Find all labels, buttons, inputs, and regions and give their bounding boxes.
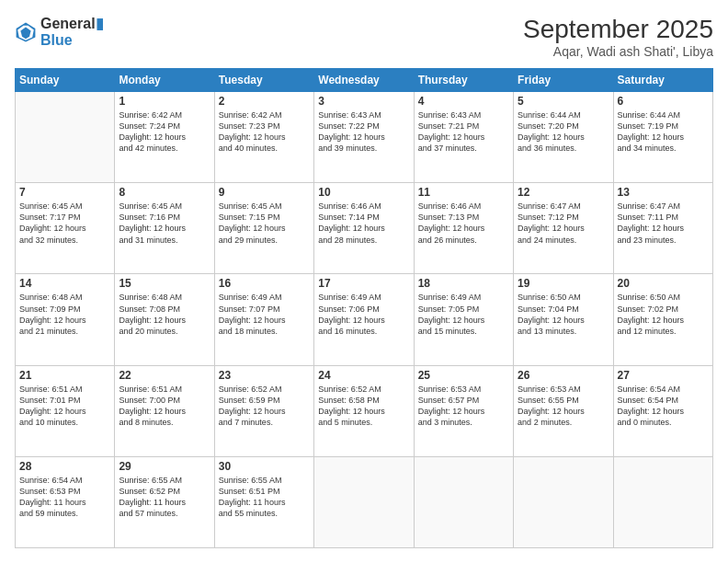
calendar-cell: 20Sunrise: 6:50 AM Sunset: 7:02 PM Dayli…: [613, 274, 712, 365]
day-info: Sunrise: 6:46 AM Sunset: 7:14 PM Dayligh…: [318, 201, 409, 246]
calendar-cell: 3Sunrise: 6:43 AM Sunset: 7:22 PM Daylig…: [314, 92, 414, 183]
day-info: Sunrise: 6:47 AM Sunset: 7:12 PM Dayligh…: [518, 201, 609, 246]
day-number: 25: [418, 369, 509, 382]
day-info: Sunrise: 6:43 AM Sunset: 7:22 PM Dayligh…: [318, 109, 409, 155]
calendar-cell: 11Sunrise: 6:46 AM Sunset: 7:13 PM Dayli…: [414, 183, 513, 274]
day-info: Sunrise: 6:48 AM Sunset: 7:08 PM Dayligh…: [119, 292, 210, 337]
day-number: 21: [19, 369, 110, 382]
title-block: September 2025 Aqar, Wadi ash Shati', Li…: [523, 15, 713, 59]
day-info: Sunrise: 6:54 AM Sunset: 6:54 PM Dayligh…: [618, 384, 709, 429]
day-info: Sunrise: 6:45 AM Sunset: 7:16 PM Dayligh…: [119, 201, 210, 246]
day-number: 3: [318, 95, 409, 108]
day-number: 14: [19, 277, 110, 290]
calendar-cell: 9Sunrise: 6:45 AM Sunset: 7:15 PM Daylig…: [214, 183, 313, 274]
header: General▮ Blue September 2025 Aqar, Wadi …: [15, 15, 713, 59]
calendar-week-0: 1Sunrise: 6:42 AM Sunset: 7:24 PM Daylig…: [16, 92, 713, 183]
day-info: Sunrise: 6:50 AM Sunset: 7:02 PM Dayligh…: [618, 292, 709, 337]
day-info: Sunrise: 6:49 AM Sunset: 7:05 PM Dayligh…: [418, 292, 509, 337]
calendar-cell: 5Sunrise: 6:44 AM Sunset: 7:20 PM Daylig…: [514, 92, 613, 183]
calendar-week-2: 14Sunrise: 6:48 AM Sunset: 7:09 PM Dayli…: [16, 274, 713, 365]
calendar-cell: 10Sunrise: 6:46 AM Sunset: 7:14 PM Dayli…: [314, 183, 414, 274]
day-number: 4: [418, 95, 509, 108]
calendar-cell: 17Sunrise: 6:49 AM Sunset: 7:06 PM Dayli…: [314, 274, 414, 365]
day-number: 18: [418, 277, 509, 290]
day-number: 5: [518, 95, 609, 108]
calendar-cell: 13Sunrise: 6:47 AM Sunset: 7:11 PM Dayli…: [613, 183, 712, 274]
logo-icon: [15, 21, 37, 43]
day-number: 13: [618, 186, 709, 199]
day-number: 24: [318, 369, 409, 382]
calendar-week-3: 21Sunrise: 6:51 AM Sunset: 7:01 PM Dayli…: [16, 365, 713, 456]
calendar-cell: 8Sunrise: 6:45 AM Sunset: 7:16 PM Daylig…: [115, 183, 214, 274]
day-number: 26: [518, 369, 609, 382]
calendar-week-1: 7Sunrise: 6:45 AM Sunset: 7:17 PM Daylig…: [16, 183, 713, 274]
day-info: Sunrise: 6:49 AM Sunset: 7:07 PM Dayligh…: [219, 292, 310, 337]
calendar-cell: 25Sunrise: 6:53 AM Sunset: 6:57 PM Dayli…: [414, 365, 513, 456]
day-info: Sunrise: 6:50 AM Sunset: 7:04 PM Dayligh…: [518, 292, 609, 337]
day-info: Sunrise: 6:54 AM Sunset: 6:53 PM Dayligh…: [19, 475, 110, 520]
calendar-header-row: Sunday Monday Tuesday Wednesday Thursday…: [16, 69, 713, 92]
calendar-cell: 24Sunrise: 6:52 AM Sunset: 6:58 PM Dayli…: [314, 365, 414, 456]
calendar-week-4: 28Sunrise: 6:54 AM Sunset: 6:53 PM Dayli…: [16, 456, 713, 547]
day-number: 2: [219, 95, 310, 108]
day-info: Sunrise: 6:52 AM Sunset: 6:58 PM Dayligh…: [318, 384, 409, 429]
day-info: Sunrise: 6:51 AM Sunset: 7:01 PM Dayligh…: [19, 384, 110, 429]
calendar-cell: 12Sunrise: 6:47 AM Sunset: 7:12 PM Dayli…: [514, 183, 613, 274]
day-number: 27: [618, 369, 709, 382]
day-info: Sunrise: 6:42 AM Sunset: 7:23 PM Dayligh…: [219, 109, 310, 155]
day-number: 1: [119, 95, 210, 108]
day-number: 12: [518, 186, 609, 199]
day-number: 23: [219, 369, 310, 382]
calendar-cell: 28Sunrise: 6:54 AM Sunset: 6:53 PM Dayli…: [16, 456, 115, 547]
calendar-cell: 2Sunrise: 6:42 AM Sunset: 7:23 PM Daylig…: [214, 92, 313, 183]
calendar-cell: 26Sunrise: 6:53 AM Sunset: 6:55 PM Dayli…: [514, 365, 613, 456]
day-info: Sunrise: 6:44 AM Sunset: 7:19 PM Dayligh…: [618, 109, 709, 155]
col-wednesday: Wednesday: [314, 69, 414, 92]
calendar-cell: [514, 456, 613, 547]
col-friday: Friday: [514, 69, 613, 92]
day-info: Sunrise: 6:53 AM Sunset: 6:55 PM Dayligh…: [518, 384, 609, 429]
day-number: 20: [618, 277, 709, 290]
calendar-cell: 29Sunrise: 6:55 AM Sunset: 6:52 PM Dayli…: [115, 456, 214, 547]
day-info: Sunrise: 6:49 AM Sunset: 7:06 PM Dayligh…: [318, 292, 409, 337]
calendar-cell: 19Sunrise: 6:50 AM Sunset: 7:04 PM Dayli…: [514, 274, 613, 365]
day-info: Sunrise: 6:44 AM Sunset: 7:20 PM Dayligh…: [518, 109, 609, 155]
day-info: Sunrise: 6:43 AM Sunset: 7:21 PM Dayligh…: [418, 109, 509, 155]
day-number: 8: [119, 186, 210, 199]
calendar-table: Sunday Monday Tuesday Wednesday Thursday…: [15, 68, 713, 548]
calendar-cell: 7Sunrise: 6:45 AM Sunset: 7:17 PM Daylig…: [16, 183, 115, 274]
day-number: 28: [19, 460, 110, 473]
calendar-cell: 21Sunrise: 6:51 AM Sunset: 7:01 PM Dayli…: [16, 365, 115, 456]
day-info: Sunrise: 6:45 AM Sunset: 7:15 PM Dayligh…: [219, 201, 310, 246]
day-number: 22: [119, 369, 210, 382]
col-thursday: Thursday: [414, 69, 513, 92]
logo-text: General▮ Blue: [40, 15, 104, 49]
day-info: Sunrise: 6:46 AM Sunset: 7:13 PM Dayligh…: [418, 201, 509, 246]
calendar-cell: [414, 456, 513, 547]
location: Aqar, Wadi ash Shati', Libya: [523, 44, 713, 59]
calendar-cell: [16, 92, 115, 183]
day-info: Sunrise: 6:45 AM Sunset: 7:17 PM Dayligh…: [19, 201, 110, 246]
day-info: Sunrise: 6:47 AM Sunset: 7:11 PM Dayligh…: [618, 201, 709, 246]
month-title: September 2025: [523, 15, 713, 44]
calendar-cell: 16Sunrise: 6:49 AM Sunset: 7:07 PM Dayli…: [214, 274, 313, 365]
calendar-cell: [314, 456, 414, 547]
calendar-cell: 23Sunrise: 6:52 AM Sunset: 6:59 PM Dayli…: [214, 365, 313, 456]
day-info: Sunrise: 6:55 AM Sunset: 6:51 PM Dayligh…: [219, 475, 310, 520]
day-number: 17: [318, 277, 409, 290]
col-monday: Monday: [115, 69, 214, 92]
calendar-cell: 15Sunrise: 6:48 AM Sunset: 7:08 PM Dayli…: [115, 274, 214, 365]
calendar-cell: 1Sunrise: 6:42 AM Sunset: 7:24 PM Daylig…: [115, 92, 214, 183]
day-number: 9: [219, 186, 310, 199]
calendar-cell: 4Sunrise: 6:43 AM Sunset: 7:21 PM Daylig…: [414, 92, 513, 183]
logo: General▮ Blue: [15, 15, 104, 49]
calendar-cell: 30Sunrise: 6:55 AM Sunset: 6:51 PM Dayli…: [214, 456, 313, 547]
day-number: 11: [418, 186, 509, 199]
calendar-cell: 27Sunrise: 6:54 AM Sunset: 6:54 PM Dayli…: [613, 365, 712, 456]
day-number: 10: [318, 186, 409, 199]
day-info: Sunrise: 6:53 AM Sunset: 6:57 PM Dayligh…: [418, 384, 509, 429]
calendar-cell: 22Sunrise: 6:51 AM Sunset: 7:00 PM Dayli…: [115, 365, 214, 456]
day-info: Sunrise: 6:48 AM Sunset: 7:09 PM Dayligh…: [19, 292, 110, 337]
day-info: Sunrise: 6:42 AM Sunset: 7:24 PM Dayligh…: [119, 109, 210, 155]
calendar-cell: [613, 456, 712, 547]
